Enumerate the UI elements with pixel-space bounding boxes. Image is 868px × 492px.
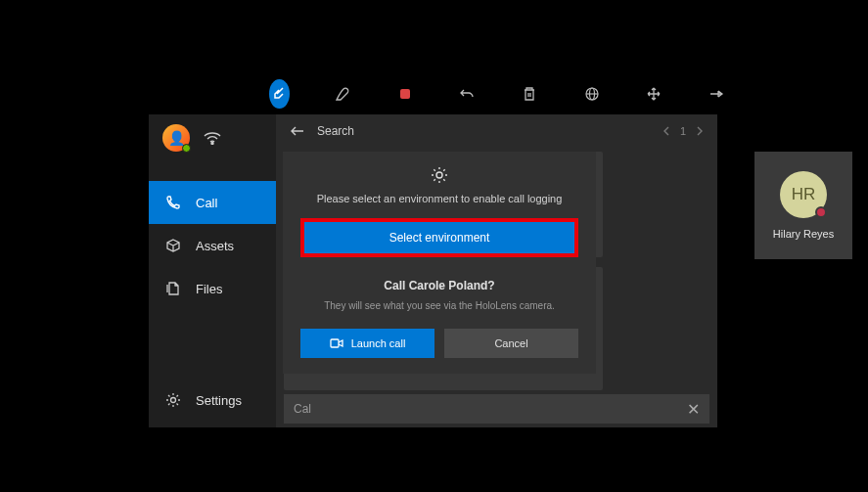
pen-icon[interactable] xyxy=(333,80,352,108)
select-env-highlight: Select environment xyxy=(300,218,578,257)
delete-icon[interactable] xyxy=(520,80,539,108)
back-arrow-icon[interactable] xyxy=(290,125,305,137)
call-question: Call Carole Poland? xyxy=(300,279,578,292)
video-icon xyxy=(330,338,343,348)
select-environment-button[interactable]: Select environment xyxy=(304,222,574,253)
contact-avatar: HR xyxy=(780,171,827,218)
nav-item-files[interactable]: Files xyxy=(149,267,276,310)
phone-icon xyxy=(164,194,182,211)
nav-label: Call xyxy=(196,196,217,210)
top-toolbar xyxy=(269,76,726,112)
gear-icon xyxy=(300,165,578,185)
close-icon[interactable]: ✕ xyxy=(687,400,700,419)
sidebar: 👤 Call Assets xyxy=(149,114,276,427)
page-number: 1 xyxy=(680,125,686,137)
svg-rect-0 xyxy=(400,89,410,99)
nav-item-assets[interactable]: Assets xyxy=(149,224,276,267)
search-header: Search 1 xyxy=(276,114,717,148)
ink-ingress-icon[interactable] xyxy=(269,79,290,109)
nav-label: Files xyxy=(196,282,222,296)
svg-point-4 xyxy=(171,398,176,403)
search-input-text: Cal xyxy=(294,402,311,416)
search-title: Search xyxy=(317,124,354,138)
sidebar-header: 👤 xyxy=(149,114,276,161)
call-subtext: They will see what you see via the HoloL… xyxy=(300,300,578,311)
stop-record-icon[interactable] xyxy=(395,80,415,108)
svg-rect-6 xyxy=(331,339,339,347)
presence-busy-icon xyxy=(815,206,827,218)
globe-icon[interactable] xyxy=(582,80,602,108)
undo-icon[interactable] xyxy=(458,80,478,108)
gear-icon xyxy=(164,391,182,409)
page-next-icon[interactable] xyxy=(696,126,704,136)
nav-label: Assets xyxy=(196,239,234,253)
pin-icon[interactable] xyxy=(707,80,726,108)
nav-item-call[interactable]: Call xyxy=(149,181,276,224)
nav-item-settings[interactable]: Settings xyxy=(149,379,276,422)
launch-call-label: Launch call xyxy=(351,337,406,349)
wifi-icon xyxy=(204,131,221,145)
env-prompt-text: Please select an environment to enable c… xyxy=(300,193,578,204)
svg-point-3 xyxy=(211,143,213,145)
launch-call-button[interactable]: Launch call xyxy=(300,329,434,358)
svg-point-5 xyxy=(436,172,442,178)
page-prev-icon[interactable] xyxy=(662,126,670,136)
page-nav: 1 xyxy=(662,125,704,137)
search-input-row[interactable]: Cal ✕ xyxy=(284,394,709,424)
nav-label: Settings xyxy=(196,393,242,408)
contact-name: Hilary Reyes xyxy=(773,228,834,240)
dialog-actions: Launch call Cancel xyxy=(300,329,578,358)
nav: Call Assets Files xyxy=(149,181,276,379)
presence-available-icon xyxy=(182,144,191,153)
files-icon xyxy=(164,280,182,297)
user-avatar[interactable]: 👤 xyxy=(162,124,190,152)
call-dialog: Please select an environment to enable c… xyxy=(283,152,596,374)
move-icon[interactable] xyxy=(645,80,664,108)
contact-card[interactable]: HR Hilary Reyes xyxy=(754,152,852,259)
cancel-button[interactable]: Cancel xyxy=(444,329,578,358)
package-icon xyxy=(164,237,182,254)
